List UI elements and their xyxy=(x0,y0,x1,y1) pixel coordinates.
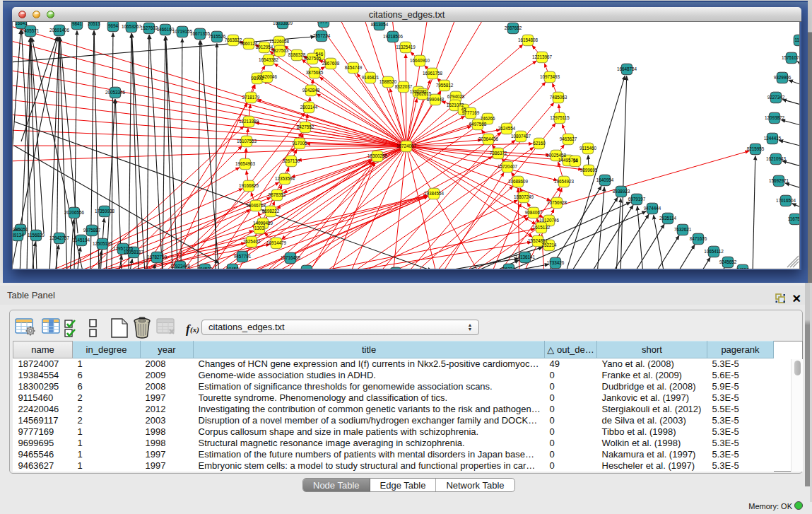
svg-text:18300295: 18300295 xyxy=(367,153,388,158)
svg-text:15692971: 15692971 xyxy=(769,178,789,183)
svg-text:9245652: 9245652 xyxy=(719,259,737,264)
svg-text:(x): (x) xyxy=(190,325,199,334)
svg-text:9084067: 9084067 xyxy=(525,210,543,215)
svg-text:15751074: 15751074 xyxy=(782,55,800,60)
svg-text:12353594: 12353594 xyxy=(275,176,295,181)
svg-text:2867608: 2867608 xyxy=(322,61,340,66)
svg-text:2718179: 2718179 xyxy=(242,95,260,100)
svg-text:979: 979 xyxy=(320,22,328,24)
svg-text:20053346: 20053346 xyxy=(105,90,126,95)
svg-text:94556: 94556 xyxy=(736,267,749,269)
svg-text:9463627: 9463627 xyxy=(560,136,577,141)
svg-text:1733426: 1733426 xyxy=(547,260,565,265)
svg-text:17359938: 17359938 xyxy=(95,209,115,214)
svg-text:20513: 20513 xyxy=(88,22,100,26)
svg-text:16033809: 16033809 xyxy=(273,22,293,25)
svg-text:10958187: 10958187 xyxy=(124,250,144,255)
svg-text:20364436: 20364436 xyxy=(478,136,499,141)
svg-text:16543382: 16543382 xyxy=(259,57,279,62)
svg-text:746266: 746266 xyxy=(480,116,495,121)
svg-text:7515526: 7515526 xyxy=(208,34,226,39)
svg-text:1244415: 1244415 xyxy=(764,136,782,141)
svg-text:16640910: 16640910 xyxy=(410,58,430,63)
svg-text:8427552: 8427552 xyxy=(297,124,314,129)
svg-text:10688609: 10688609 xyxy=(508,179,529,184)
svg-text:19384554: 19384554 xyxy=(424,191,445,196)
svg-text:12505135: 12505135 xyxy=(93,241,113,246)
svg-text:18724007: 18724007 xyxy=(396,144,417,148)
svg-text:9777169: 9777169 xyxy=(462,110,480,115)
svg-text:10653267: 10653267 xyxy=(122,24,142,29)
svg-text:9115460: 9115460 xyxy=(579,146,597,151)
svg-text:7485063: 7485063 xyxy=(550,95,567,100)
svg-text:3624554: 3624554 xyxy=(498,126,516,131)
svg-text:1588520: 1588520 xyxy=(379,79,397,84)
svg-text:9899695: 9899695 xyxy=(580,168,598,173)
svg-text:8938923: 8938923 xyxy=(613,189,630,194)
svg-text:20206556: 20206556 xyxy=(64,210,85,215)
svg-text:917006: 917006 xyxy=(292,141,307,146)
svg-text:12093872: 12093872 xyxy=(765,115,785,120)
svg-text:19166825: 19166825 xyxy=(239,183,259,188)
svg-text:12213389: 12213389 xyxy=(239,119,259,124)
svg-text:9474444: 9474444 xyxy=(644,206,661,211)
svg-text:8454749: 8454749 xyxy=(345,65,363,70)
svg-text:3267130: 3267130 xyxy=(283,158,300,163)
svg-text:6979197: 6979197 xyxy=(628,197,646,201)
svg-text:1640954: 1640954 xyxy=(596,177,614,182)
svg-text:2803144: 2803144 xyxy=(300,105,318,110)
svg-text:104523: 104523 xyxy=(197,267,213,269)
svg-text:10756928: 10756928 xyxy=(547,200,567,205)
svg-text:9527505: 9527505 xyxy=(304,56,322,61)
svg-text:10973493: 10973493 xyxy=(540,74,560,79)
svg-text:7386372: 7386372 xyxy=(490,151,507,156)
svg-text:1303: 1303 xyxy=(254,226,265,230)
svg-text:16154808: 16154808 xyxy=(518,37,539,42)
svg-text:15226058: 15226058 xyxy=(269,39,290,44)
svg-text:19654923: 19654923 xyxy=(554,179,575,184)
svg-text:39134: 39134 xyxy=(13,233,24,238)
svg-text:10807487: 10807487 xyxy=(511,134,531,139)
svg-text:12923446: 12923446 xyxy=(297,268,317,269)
svg-text:16671355: 16671355 xyxy=(190,31,211,36)
svg-text:8215955: 8215955 xyxy=(747,146,765,151)
svg-text:10120746: 10120746 xyxy=(539,218,560,223)
svg-text:94: 94 xyxy=(572,158,578,163)
svg-text:8471676: 8471676 xyxy=(690,236,707,241)
svg-text:8698222: 8698222 xyxy=(262,209,280,214)
svg-text:15716485: 15716485 xyxy=(281,255,301,260)
svg-text:16210943: 16210943 xyxy=(766,156,787,161)
svg-text:15720407: 15720407 xyxy=(498,164,518,169)
svg-text:9242848: 9242848 xyxy=(302,88,320,93)
svg-text:1527602: 1527602 xyxy=(141,25,158,30)
svg-text:1156829: 1156829 xyxy=(28,233,45,238)
svg-text:1112: 1112 xyxy=(794,37,800,42)
svg-text:9457791: 9457791 xyxy=(234,254,252,259)
svg-text:2087682: 2087682 xyxy=(505,25,522,30)
svg-text:12213967: 12213967 xyxy=(532,54,553,59)
svg-text:18807249: 18807249 xyxy=(514,194,534,199)
svg-text:7625402: 7625402 xyxy=(243,239,261,244)
svg-text:99450: 99450 xyxy=(226,267,239,269)
svg-text:7955812: 7955812 xyxy=(436,83,454,88)
svg-text:16914479: 16914479 xyxy=(266,240,287,245)
svg-text:116753: 116753 xyxy=(788,216,800,221)
svg-text:2935114: 2935114 xyxy=(659,216,677,221)
svg-text:8878352: 8878352 xyxy=(269,192,286,197)
svg-text:14136141: 14136141 xyxy=(515,255,536,259)
svg-text:16046768: 16046768 xyxy=(246,203,266,208)
svg-text:10654112: 10654112 xyxy=(704,249,724,254)
svg-text:12942757: 12942757 xyxy=(49,235,70,240)
svg-text:252214: 252214 xyxy=(541,243,557,247)
svg-text:16961758: 16961758 xyxy=(423,71,443,76)
svg-text:22420046: 22420046 xyxy=(257,74,278,79)
svg-text:1362615: 1362615 xyxy=(414,91,432,96)
svg-text:12923448: 12923448 xyxy=(170,264,191,269)
svg-text:1615132: 1615132 xyxy=(533,225,551,230)
svg-text:7632621: 7632621 xyxy=(674,227,692,232)
svg-text:11325419: 11325419 xyxy=(396,45,416,49)
svg-text:6794028: 6794028 xyxy=(447,94,465,99)
svg-text:8813054: 8813054 xyxy=(371,22,389,27)
svg-text:9146821: 9146821 xyxy=(362,75,379,80)
svg-text:9841: 9841 xyxy=(72,22,83,26)
